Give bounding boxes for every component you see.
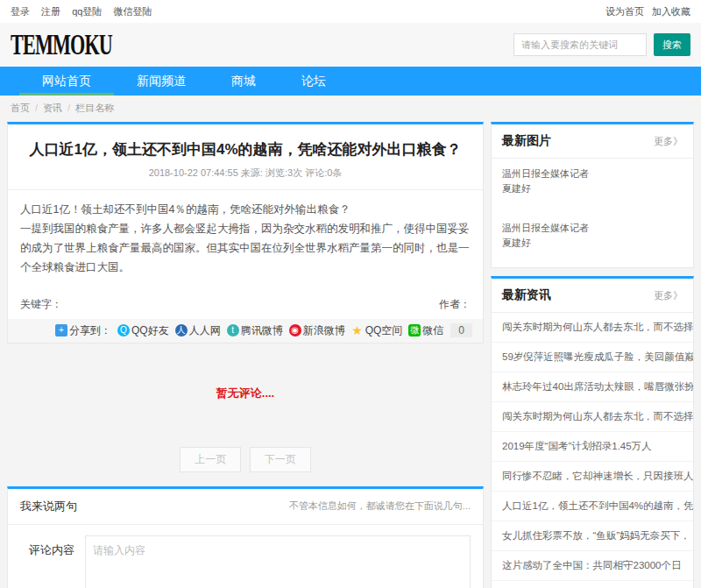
renren-icon: 人: [175, 324, 188, 337]
no-comments-text: 暂无评论....: [7, 386, 484, 401]
comments-zone: 暂无评论.... 上一页 下一页: [7, 344, 484, 486]
latest-news-card: 最新资讯 更多》 闯关东时期为何山东人都去东北，而不选择去 59岁倪萍近照曝光瘦…: [491, 276, 694, 588]
share-wechat[interactable]: 微 微信: [408, 323, 443, 338]
qq-login-link[interactable]: qq登陆: [72, 6, 102, 17]
breadcrumb: 首页/资讯/栏目名称: [0, 96, 701, 120]
qq-friend-icon: Q: [117, 324, 130, 337]
wechat-icon: 微: [408, 324, 421, 337]
main-content: 人口近1亿，领土还不到中国4%的越南，凭啥还能对外出口粮食？ 2018-10-2…: [0, 120, 701, 588]
main-nav: 网站首页 新闻频道 商城 论坛: [0, 67, 701, 96]
search-bar: 搜索: [513, 33, 690, 56]
topbar-right: 设为首页 加入收藏: [600, 5, 690, 18]
news-list-item[interactable]: 闯关东时期为何山东人都去东北，而不选择去: [492, 313, 693, 343]
share-item-label: 新浪微博: [303, 323, 345, 338]
latest-images-header: 最新图片 更多》: [492, 124, 693, 159]
keyword-label: 关键字：: [20, 297, 62, 312]
nav-item-mall[interactable]: 商城: [209, 67, 279, 96]
login-link[interactable]: 登录: [11, 6, 30, 17]
wechat-login-link[interactable]: 微信登陆: [113, 6, 152, 17]
breadcrumb-section[interactable]: 资讯: [43, 103, 62, 113]
next-page-button[interactable]: 下一页: [250, 447, 311, 472]
latest-images-more-link[interactable]: 更多》: [654, 135, 683, 148]
news-list-item[interactable]: 说失业金领过一次之后就不能再领取的，这一: [492, 581, 693, 588]
comment-content-input[interactable]: [85, 535, 471, 588]
latest-images-title: 最新图片: [502, 133, 551, 149]
news-list-item[interactable]: 2019年度“国考”计划招录1.45万人: [492, 432, 693, 462]
article-column: 人口近1亿，领土还不到中国4%的越南，凭啥还能对外出口粮食？ 2018-10-2…: [7, 122, 484, 588]
latest-news-more-link[interactable]: 更多》: [654, 289, 683, 302]
share-sina-weibo[interactable]: ◉ 新浪微博: [289, 323, 345, 338]
image-caption: 温州日报全媒体记者 夏建好: [502, 166, 600, 195]
qzone-icon: ★: [351, 324, 364, 337]
breadcrumb-column[interactable]: 栏目名称: [75, 103, 114, 113]
set-home-link[interactable]: 设为首页: [605, 6, 644, 17]
share-item-label: 人人网: [189, 323, 221, 338]
keyword-row: 关键字： 作者：: [8, 292, 483, 319]
news-list-item[interactable]: 同行惨不忍睹，它却神速增长，只因接班人自: [492, 462, 693, 492]
comment-form-header: 我来说两句 不管本信息如何，都诚请您在下面说几句...: [8, 489, 483, 525]
share-item-label: QQ好友: [131, 323, 169, 338]
register-link[interactable]: 注册: [41, 6, 60, 17]
comment-form-note: 不管本信息如何，都诚请您在下面说几句...: [289, 499, 471, 513]
share-qq-friend[interactable]: Q QQ好友: [117, 323, 169, 338]
article-title: 人口近1亿，领土还不到中国4%的越南，凭啥还能对外出口粮食？: [8, 124, 483, 166]
share-count: 0: [450, 323, 472, 337]
nav-item-forum[interactable]: 论坛: [279, 67, 349, 96]
comment-form-title: 我来说两句: [20, 499, 77, 514]
article-meta: 2018-10-22 07:44:55 来源: 浏览:3次 评论:0条: [8, 166, 483, 190]
latest-news-list: 闯关东时期为何山东人都去东北，而不选择去 59岁倪萍近照曝光瘦成瓜子脸，美回颜值…: [492, 313, 693, 588]
comment-content-label: 评论内容: [20, 535, 85, 588]
latest-news-title: 最新资讯: [502, 287, 551, 303]
prev-page-button[interactable]: 上一页: [180, 447, 241, 472]
share-qzone[interactable]: ★ QQ空间: [351, 323, 403, 338]
share-to[interactable]: + 分享到：: [55, 323, 111, 338]
image-item[interactable]: 温州日报全媒体记者 夏建好: [492, 213, 693, 267]
site-logo[interactable]: TEMMOKU: [11, 27, 112, 62]
share-bar: + 分享到： Q QQ好友 人 人人网 t 腾讯微博 ◉ 新浪微博: [8, 319, 483, 343]
article-card: 人口近1亿，领土还不到中国4%的越南，凭啥还能对外出口粮食？ 2018-10-2…: [7, 122, 484, 344]
search-button[interactable]: 搜索: [654, 33, 690, 56]
sidebar: 最新图片 更多》 温州日报全媒体记者 夏建好 温州日报全媒体记者 夏建好 最新资…: [491, 122, 694, 588]
topbar: 登录 注册 qq登陆 微信登陆 设为首页 加入收藏: [0, 0, 701, 23]
sina-weibo-icon: ◉: [289, 324, 301, 337]
site-header: TEMMOKU 搜索: [0, 23, 701, 67]
comments-pagination: 上一页 下一页: [7, 447, 484, 472]
share-tencent-weibo[interactable]: t 腾讯微博: [227, 323, 283, 338]
article-paragraph: 一提到我国的粮食产量，许多人都会竖起大拇指，因为杂交水稻的发明和推广，使得中国妥…: [20, 220, 471, 278]
share-item-label: QQ空间: [365, 323, 403, 338]
share-item-label: 微信: [422, 323, 443, 338]
add-favorite-link[interactable]: 加入收藏: [652, 6, 690, 17]
breadcrumb-separator: /: [35, 103, 38, 113]
article-paragraph: 人口近1亿！领土却还不到中国4％的越南，凭啥还能对外输出粮食？: [20, 201, 471, 220]
news-list-item[interactable]: 这片感动了全中国：共同相守23000个日: [492, 551, 693, 581]
nav-item-home[interactable]: 网站首页: [19, 67, 114, 96]
comment-content-row: 评论内容: [8, 525, 483, 588]
share-label: 分享到：: [69, 323, 111, 338]
breadcrumb-home[interactable]: 首页: [11, 103, 30, 113]
tencent-weibo-icon: t: [227, 324, 239, 337]
article-body: 人口近1亿！领土却还不到中国4％的越南，凭啥还能对外输出粮食？ 一提到我国的粮食…: [8, 190, 483, 292]
latest-images-card: 最新图片 更多》 温州日报全媒体记者 夏建好 温州日报全媒体记者 夏建好: [491, 122, 694, 268]
breadcrumb-separator: /: [67, 103, 70, 113]
news-list-item[interactable]: 女儿抓住彩票不放，“鱼贩”妈妈无奈买下，: [492, 521, 693, 551]
topbar-left: 登录 注册 qq登陆 微信登陆: [11, 5, 160, 18]
share-item-label: 腾讯微博: [241, 323, 283, 338]
news-list-item[interactable]: 59岁倪萍近照曝光瘦成瓜子脸，美回颜值巅: [492, 343, 693, 372]
search-input[interactable]: [513, 33, 647, 56]
share-renren[interactable]: 人 人人网: [175, 323, 221, 338]
comment-form-card: 我来说两句 不管本信息如何，都诚请您在下面说几句... 评论内容 验证码 16+…: [7, 486, 484, 588]
author-label: 作者：: [439, 297, 471, 312]
news-list-item[interactable]: 人口近1亿，领土还不到中国4%的越南，凭: [492, 492, 693, 521]
image-caption: 温州日报全媒体记者 夏建好: [502, 221, 600, 250]
image-item[interactable]: 温州日报全媒体记者 夏建好: [492, 159, 693, 213]
latest-news-header: 最新资讯 更多》: [492, 279, 693, 313]
news-list-item[interactable]: 林志玲年过40出席活动太辣眼，嘴唇微张扮: [492, 372, 693, 402]
news-list-item[interactable]: 闯关东时期为何山东人都去东北，而不选择去: [492, 402, 693, 432]
nav-item-news[interactable]: 新闻频道: [114, 67, 209, 96]
share-plus-icon: +: [55, 324, 67, 337]
